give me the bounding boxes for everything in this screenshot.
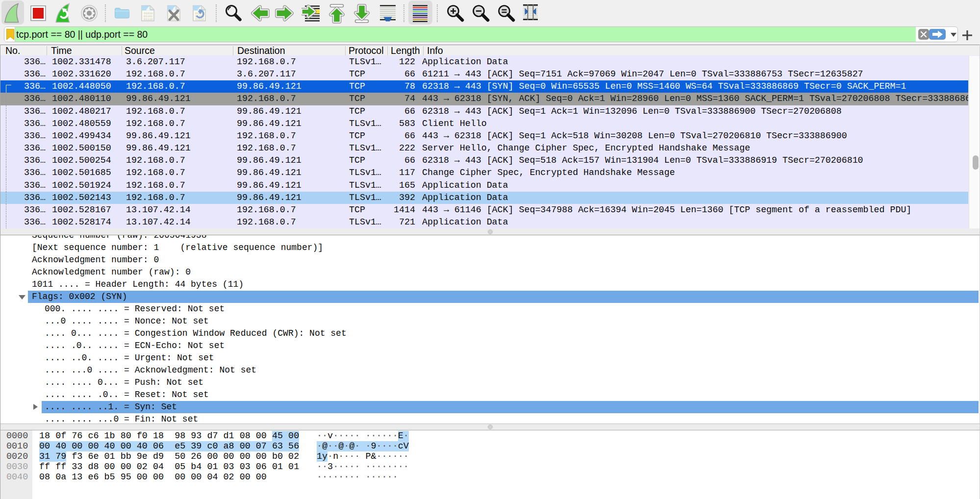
svg-text:01110: 01110 [144,18,153,21]
